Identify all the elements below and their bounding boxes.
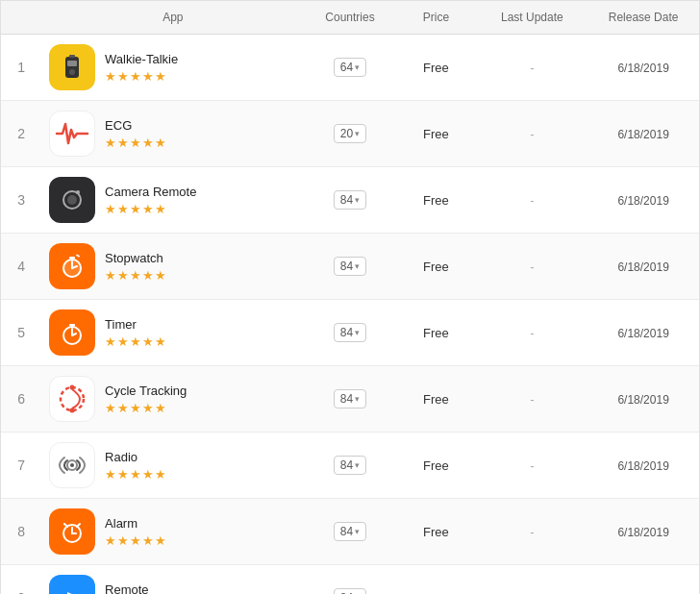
last-update-cell: -: [477, 35, 588, 101]
svg-point-27: [70, 463, 74, 467]
release-date-cell: 6/18/2019: [588, 35, 699, 101]
countries-value: 64: [340, 61, 353, 74]
release-date-cell: 6/18/2019: [588, 499, 699, 565]
app-icon: [49, 575, 95, 594]
app-info: Cycle Tracking ★★★★★: [105, 384, 187, 415]
price-value: Free: [423, 392, 449, 407]
app-name: Radio: [105, 450, 167, 464]
svg-rect-3: [69, 55, 75, 58]
price-cell: Free: [395, 35, 476, 101]
last-update-value: -: [530, 61, 534, 75]
app-stars: ★★★★★: [105, 467, 167, 482]
app-icon: [49, 111, 95, 157]
svg-rect-1: [67, 61, 77, 66]
app-name: Remote: [105, 582, 167, 595]
countries-cell[interactable]: 84 ▾: [305, 167, 396, 234]
countries-badge[interactable]: 84 ▾: [334, 588, 366, 594]
countries-value: 84: [340, 193, 353, 207]
last-update-cell: -: [477, 565, 588, 595]
app-name: Alarm: [105, 516, 167, 531]
rank-cell: 8: [1, 499, 41, 565]
app-cell: Stopwatch ★★★★★: [41, 234, 305, 300]
price-value: Free: [423, 260, 449, 274]
chevron-down-icon: ▾: [355, 261, 360, 271]
app-cell: Radio ★★★★★: [41, 433, 305, 499]
rank-cell: 7: [1, 433, 41, 499]
app-info: Timer ★★★★★: [105, 317, 167, 349]
last-update-cell: -: [477, 366, 588, 433]
last-update-cell: -: [477, 167, 588, 234]
svg-point-8: [76, 190, 80, 194]
release-date-cell: 6/18/2019: [588, 101, 699, 167]
svg-rect-20: [69, 324, 75, 327]
table-row: 7 Radio ★★★★★ 84: [1, 433, 699, 499]
app-name: Timer: [105, 317, 167, 332]
price-value: Free: [423, 458, 449, 473]
app-name: Walkie-Talkie: [105, 52, 178, 66]
price-value: Free: [423, 193, 449, 208]
countries-badge[interactable]: 84 ▾: [334, 389, 366, 408]
app-icon: [49, 442, 95, 488]
countries-badge[interactable]: 84 ▾: [334, 323, 366, 342]
release-date-header: Release Date: [588, 1, 699, 35]
table-row: 9 Remote ★★★★★ 84 ▾ Free: [1, 565, 699, 595]
app-icon: [49, 243, 95, 289]
chevron-down-icon: ▾: [355, 129, 360, 138]
last-update-cell: -: [477, 101, 588, 167]
release-date-cell: 6/17/2019: [588, 565, 699, 595]
countries-cell[interactable]: 84 ▾: [305, 366, 396, 433]
rank-cell: 3: [1, 167, 41, 234]
release-date-value: 6/18/2019: [617, 62, 668, 75]
countries-value: 84: [340, 392, 353, 406]
release-date-cell: 6/18/2019: [588, 366, 699, 433]
countries-cell[interactable]: 84 ▾: [305, 499, 396, 565]
release-date-value: 6/18/2019: [617, 128, 668, 141]
chevron-down-icon: ▾: [355, 328, 360, 337]
release-date-value: 6/18/2019: [617, 393, 668, 407]
countries-badge[interactable]: 84 ▾: [334, 456, 366, 475]
table-header: App Countries Price Last Update Release …: [1, 1, 699, 35]
app-stars: ★★★★★: [105, 533, 167, 548]
last-update-value: -: [530, 392, 534, 407]
app-cell: ECG ★★★★★: [41, 101, 305, 167]
countries-badge[interactable]: 64 ▾: [334, 58, 366, 77]
countries-badge[interactable]: 84 ▾: [334, 257, 366, 276]
countries-cell[interactable]: 84 ▾: [305, 433, 396, 499]
price-value: Free: [423, 61, 449, 75]
table-row: 6 Cycle Tracking ★★★★★ 84 ▾: [1, 366, 699, 433]
app-header: App: [41, 1, 305, 35]
price-header: Price: [395, 1, 476, 35]
countries-cell[interactable]: 84 ▾: [305, 300, 396, 366]
svg-rect-14: [69, 257, 75, 260]
app-stars: ★★★★★: [105, 334, 167, 349]
release-date-value: 6/18/2019: [617, 526, 668, 539]
countries-value: 84: [340, 326, 353, 339]
countries-cell[interactable]: 64 ▾: [305, 35, 396, 101]
price-cell: Free: [395, 101, 476, 167]
chevron-down-icon: ▾: [355, 62, 360, 72]
app-cell: Walkie-Talkie ★★★★★: [41, 35, 305, 101]
app-icon: [49, 376, 95, 422]
last-update-value: -: [530, 127, 534, 141]
release-date-cell: 6/18/2019: [588, 300, 699, 366]
last-update-value: -: [530, 525, 534, 539]
svg-point-2: [69, 69, 75, 75]
app-icon: [49, 309, 95, 356]
app-cell: Alarm ★★★★★: [41, 499, 305, 565]
table-row: 2 ECG ★★★★★ 20 ▾ Free: [1, 101, 699, 167]
countries-badge[interactable]: 84 ▾: [334, 190, 366, 210]
countries-badge[interactable]: 20 ▾: [334, 124, 366, 143]
price-cell: Free: [395, 167, 476, 234]
countries-cell[interactable]: 20 ▾: [305, 101, 396, 167]
last-update-value: -: [530, 193, 534, 208]
price-cell: Free: [395, 366, 476, 433]
table-row: 1 Walkie-Talkie ★★★★★ 64 ▾: [1, 35, 699, 101]
price-cell: Free: [395, 499, 476, 565]
countries-cell[interactable]: 84 ▾: [305, 565, 396, 595]
chevron-down-icon: ▾: [355, 195, 360, 205]
countries-cell[interactable]: 84 ▾: [305, 234, 396, 300]
last-update-cell: -: [477, 499, 588, 565]
app-icon: [49, 44, 95, 90]
countries-badge[interactable]: 84 ▾: [334, 522, 366, 541]
release-date-cell: 6/18/2019: [588, 433, 699, 499]
